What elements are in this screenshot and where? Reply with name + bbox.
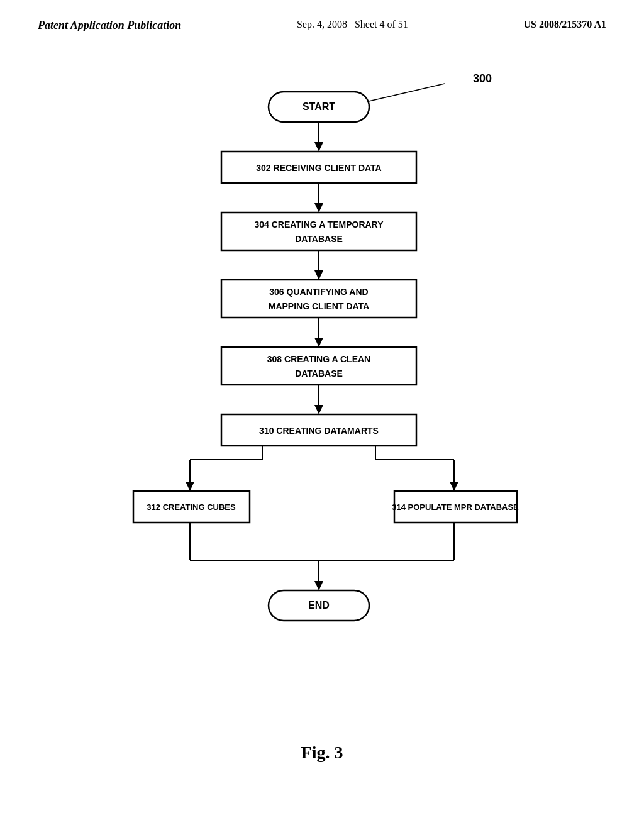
end-node-label: END	[308, 600, 330, 611]
svg-marker-15	[314, 405, 323, 414]
figure-label: Fig. 3	[301, 743, 343, 763]
node-302-label: 302 RECEIVING CLIENT DATA	[256, 163, 381, 173]
header-center-info: Sep. 4, 2008 Sheet 4 of 51	[297, 19, 408, 30]
svg-rect-13	[221, 347, 416, 385]
flowchart: 300 START 302 RECEIVING CLIENT DATA 304 …	[102, 57, 542, 717]
svg-marker-20	[186, 482, 194, 491]
svg-marker-9	[314, 270, 323, 280]
node-306-label-1: 306 QUANTIFYING AND	[269, 287, 368, 297]
svg-marker-3	[314, 142, 323, 152]
svg-marker-24	[450, 482, 458, 491]
svg-rect-7	[221, 213, 416, 250]
node-310-label: 310 CREATING DATAMARTS	[259, 426, 379, 436]
svg-marker-32	[314, 581, 323, 590]
page-header: Patent Application Publication Sep. 4, 2…	[0, 0, 644, 45]
publication-title: Patent Application Publication	[38, 19, 181, 32]
sheet-info: Sheet 4 of 51	[355, 19, 408, 30]
svg-marker-12	[314, 338, 323, 347]
node-306-label-2: MAPPING CLIENT DATA	[269, 301, 369, 311]
node-308-label-2: DATABASE	[295, 368, 343, 379]
publication-date: Sep. 4, 2008	[297, 19, 347, 30]
node-304-label-2: DATABASE	[295, 234, 343, 244]
svg-rect-10	[221, 280, 416, 318]
figure-number: 300	[473, 72, 492, 85]
node-312-label: 312 CREATING CUBES	[147, 502, 236, 512]
start-node-label: START	[303, 101, 335, 112]
node-308-label-1: 308 CREATING A CLEAN	[267, 354, 370, 364]
svg-marker-6	[314, 203, 323, 213]
patent-number: US 2008/215370 A1	[523, 19, 606, 30]
diagram-area: 300 START 302 RECEIVING CLIENT DATA 304 …	[0, 45, 644, 807]
node-304-label-1: 304 CREATING A TEMPORARY	[254, 219, 384, 230]
node-314-label: 314 POPULATE MPR DATABASE	[392, 502, 519, 512]
